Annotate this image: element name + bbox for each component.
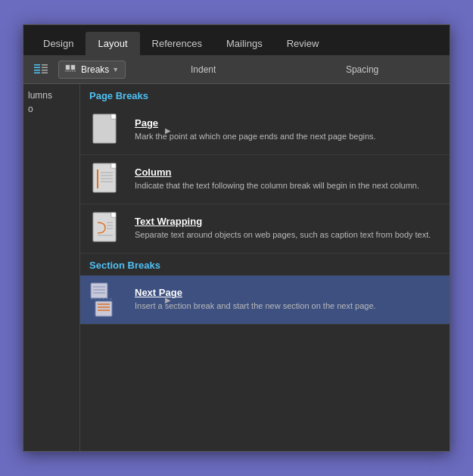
column-break-item[interactable]: Column Indicate that the text following … <box>80 155 450 204</box>
page-breaks-header: Page Breaks <box>80 84 450 106</box>
sidebar-lines-icon <box>30 58 52 81</box>
svg-rect-16 <box>111 163 116 168</box>
column-break-desc: Indicate that the text following the col… <box>135 180 419 191</box>
tab-review[interactable]: Review <box>275 32 331 55</box>
toolbar-labels: Indent Spacing <box>126 64 443 75</box>
indent-label: Indent <box>191 64 216 75</box>
svg-rect-2 <box>34 70 40 71</box>
svg-rect-29 <box>91 283 107 298</box>
page-icon <box>89 112 126 148</box>
svg-rect-0 <box>34 64 40 66</box>
tab-references[interactable]: References <box>140 32 214 55</box>
breaks-label: Breaks <box>81 64 109 75</box>
text-wrapping-item[interactable]: Text Wrapping Separate text around objec… <box>80 204 450 254</box>
main-content: lumns o Page Breaks ▶ Page Mark th <box>23 84 450 451</box>
main-window: Design Layout References Mailings Review <box>23 24 450 452</box>
ribbon-tabs: Design Layout References Mailings Review <box>23 25 450 55</box>
toolbar-row: Breaks ▼ Indent Spacing <box>23 55 450 84</box>
svg-rect-5 <box>42 67 48 68</box>
svg-rect-9 <box>71 65 75 70</box>
svg-rect-13 <box>111 114 116 119</box>
column-icon <box>89 161 126 198</box>
text-wrapping-title: Text Wrapping <box>135 216 431 227</box>
column-break-text: Column Indicate that the text following … <box>135 166 419 191</box>
svg-rect-6 <box>42 70 48 71</box>
page-break-item[interactable]: ▶ Page Mark the point at which one page … <box>80 106 450 155</box>
breaks-caret-icon: ▼ <box>112 66 119 73</box>
svg-rect-8 <box>66 65 70 70</box>
svg-rect-1 <box>34 67 40 68</box>
svg-rect-24 <box>111 213 116 217</box>
tab-design[interactable]: Design <box>31 32 86 55</box>
breaks-dropdown: Page Breaks ▶ Page Mark the point at whi… <box>80 84 450 451</box>
svg-rect-33 <box>95 301 112 316</box>
section-breaks-header: Section Breaks <box>80 254 450 275</box>
o-label: o <box>28 104 33 114</box>
next-page-icon <box>89 282 126 318</box>
text-wrapping-icon <box>89 210 126 247</box>
breaks-button[interactable]: Breaks ▼ <box>58 61 126 79</box>
columns-label: lumns <box>28 90 52 101</box>
tab-layout[interactable]: Layout <box>86 32 139 55</box>
tab-mailings[interactable]: Mailings <box>214 32 275 55</box>
next-page-item[interactable]: ▶ Next Page Insert a section break and s… <box>80 275 450 325</box>
text-wrapping-desc: Separate text around objects on web page… <box>135 229 431 241</box>
svg-rect-7 <box>42 72 48 73</box>
page-arrow-icon: ▶ <box>165 126 171 135</box>
spacing-label: Spacing <box>346 64 378 75</box>
left-sidebar: lumns o <box>23 84 80 451</box>
column-break-title: Column <box>135 166 419 178</box>
text-wrapping-text: Text Wrapping Separate text around objec… <box>135 216 431 241</box>
next-page-arrow-icon: ▶ <box>165 296 171 304</box>
svg-rect-4 <box>42 64 48 66</box>
svg-rect-3 <box>34 72 40 73</box>
